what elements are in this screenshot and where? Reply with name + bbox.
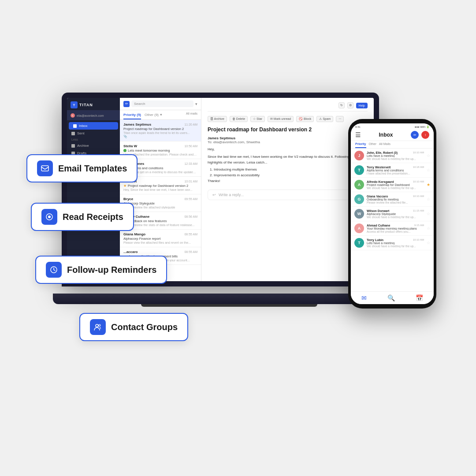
- search-placeholder: Search: [134, 102, 145, 106]
- mail-item[interactable]: Giana Mango 08:55 AM Alphacorp Finance r…: [120, 230, 201, 247]
- phone-tab-other[interactable]: Other: [369, 141, 377, 148]
- phone-mail-item[interactable]: A Ahmad Culhane 9:15 AM Your Monday morn…: [351, 221, 434, 236]
- phone-mail-time: 9:15 AM: [414, 224, 424, 227]
- star-icon: ☆: [427, 212, 430, 216]
- sidebar-item-sent[interactable]: Sent: [67, 130, 120, 137]
- tab-priority[interactable]: Priority (5): [123, 112, 141, 119]
- sidebar-item-label: Sent: [77, 131, 84, 135]
- sidebar-nav: Inbox Sent Less Archive: [67, 120, 120, 267]
- phone-mail-preview: We should have a meeting for the up...: [367, 157, 424, 160]
- compose-btn[interactable]: ✏: [411, 131, 419, 139]
- phone-tab-priority[interactable]: Priority: [355, 141, 366, 148]
- phone-tabs: Priority Other All Mails: [351, 141, 434, 149]
- phone-title: Inbox: [379, 132, 393, 138]
- email-templates-label: Email Templates: [58, 164, 127, 174]
- phone-mail-subject: Your Monday morning meeting plans: [367, 227, 424, 230]
- more-btn[interactable]: ···: [336, 116, 344, 122]
- phone-tab-all[interactable]: All Mails: [379, 141, 390, 148]
- mail-item[interactable]: James Septimus 11:20 AM Project roadmap …: [120, 120, 201, 141]
- body-closing: Thanks!: [208, 178, 368, 184]
- delete-btn[interactable]: 🗑 Delete: [230, 116, 248, 122]
- mail-subject: Lets meet tomorrow morning: [128, 149, 170, 152]
- phone-mail-sender: Ahmad Culhane: [367, 224, 390, 227]
- sidebar-item-inbox[interactable]: Inbox: [69, 122, 118, 130]
- svg-rect-0: [41, 166, 48, 171]
- phone-screen: 9:41 ●●● WiFi 🔋 ☰ Inbox ✏ ! Priority Oth…: [351, 123, 434, 304]
- filter-all[interactable]: All mails: [186, 112, 197, 119]
- status-dot: [123, 149, 126, 152]
- sidebar-item-label: Inbox: [79, 124, 88, 128]
- phone-mail-content: Giana Vaccaro 10:10 AM Onboarding fix me…: [367, 195, 424, 204]
- archive-btn[interactable]: 🗄 Archive: [208, 116, 227, 122]
- notification-btn[interactable]: !: [421, 131, 429, 139]
- phone-mail-item[interactable]: G Giana Vaccaro 10:10 AM Onboarding fix …: [351, 192, 434, 207]
- star-icon: ☆: [427, 226, 430, 231]
- mail-subject: Project roadmap for Dashboard version 2: [123, 127, 197, 131]
- sidebar-item-archive[interactable]: Archive: [67, 142, 120, 149]
- compose-btn[interactable]: ✏: [123, 101, 130, 107]
- phone-mail-sender: Terry Westervelt: [367, 166, 390, 169]
- phone-bottom-nav: ✉ 🔍 📅: [351, 291, 434, 304]
- help-btn[interactable]: Help: [356, 103, 368, 108]
- compose-icon: ✏: [125, 102, 128, 106]
- mail-sender: Stella W: [123, 144, 137, 148]
- phone-mail-preview: Access all the product offers you...: [367, 230, 424, 233]
- mail-time: 08:56 AM: [184, 215, 197, 218]
- from-name: James Septimus: [208, 136, 235, 140]
- star-icon: ☆: [427, 168, 430, 172]
- phone-mail-item[interactable]: J John, Elle, Robert (3) 10:10 AM Lets h…: [351, 149, 434, 163]
- titan-logo-icon: T: [71, 101, 78, 108]
- phone-mail-item[interactable]: T Terry Westervelt 10:18 AM Alpha terms …: [351, 163, 434, 178]
- tab-other[interactable]: Other (9) ✦: [145, 112, 163, 119]
- phone-mail-sender: John, Elle, Robert (3): [367, 151, 398, 154]
- phone-mail-item[interactable]: A Alfredo Korsgaard 10:10 AM Project roa…: [351, 178, 434, 192]
- phone-mail-list: J John, Elle, Robert (3) 10:10 AM Lets h…: [351, 149, 434, 291]
- phone-mail-subject: Alpha terms and conditions: [367, 169, 424, 172]
- menu-icon[interactable]: ☰: [355, 131, 361, 138]
- detail-toolbar: ↻ ⚙ Help: [208, 102, 368, 112]
- phone-time: 9:41: [355, 126, 361, 128]
- dropdown-icon[interactable]: ▾: [195, 102, 197, 106]
- mail-preview: Hey, Since the last time we met, I have …: [123, 188, 197, 191]
- avatar: A: [354, 180, 364, 190]
- reply-box[interactable]: ↩ Write a reply...: [208, 190, 368, 200]
- phone-header-actions: ✏ !: [411, 131, 429, 139]
- phone-mail-preview: We should have a meeting for the up...: [367, 216, 424, 219]
- mail-sender: James Septimus: [123, 123, 151, 126]
- phone-mail-sender: Terry Lubin: [367, 238, 383, 242]
- phone-mail-subject: Project roadmap for Dashboard: [367, 183, 424, 186]
- followup-reminders-label: Follow-up Reminders: [67, 265, 156, 275]
- contact-groups-icon: [90, 319, 106, 335]
- refresh-btn[interactable]: ↻: [338, 102, 345, 108]
- mail-time: 10:50 AM: [184, 145, 197, 148]
- star-icon: ★: [427, 182, 430, 187]
- sidebar-user: E elia@avontech.com: [67, 111, 120, 120]
- phone-mail-item[interactable]: T Terry Lubin 10:10 AM Lets have a meeti…: [351, 236, 434, 250]
- svg-point-4: [96, 324, 98, 327]
- tabs-row: Priority (5) Other (9) ✦ All mails: [120, 110, 201, 120]
- inbox-icon: [73, 124, 77, 128]
- block-btn[interactable]: 🚫 Block: [296, 116, 314, 122]
- spam-btn[interactable]: ⚠ Spam: [316, 116, 333, 122]
- nav-calendar-btn[interactable]: 📅: [416, 294, 423, 301]
- phone-mail-item[interactable]: W Wilson Dorwart 11:15 AM Alphacorp Styl…: [351, 207, 434, 221]
- mail-time: 12:33 AM: [184, 162, 197, 165]
- phone-mail-content: Terry Lubin 10:10 AM Lets have a meeting…: [367, 238, 424, 248]
- phone-mail-sender: Alfredo Korsgaard: [367, 180, 394, 183]
- phone-mail-content: Terry Westervelt 10:18 AM Alpha terms an…: [367, 166, 424, 175]
- nav-search-btn[interactable]: 🔍: [387, 294, 395, 301]
- phone-mail-subject: Lets have a meeting: [367, 242, 424, 245]
- mark-unread-btn[interactable]: ✉ Mark unread: [268, 116, 294, 122]
- phone-mail-sender: Giana Vaccaro: [367, 195, 388, 198]
- star-icon: ☆: [427, 153, 430, 158]
- phone-mail-subject: Alphacorp Styleguide: [367, 212, 424, 216]
- nav-mail-btn[interactable]: ✉: [361, 294, 367, 301]
- settings-btn[interactable]: ⚙: [347, 102, 353, 108]
- mail-time: 08:55 AM: [184, 250, 197, 253]
- mail-subject: Alphacorp Styleguide: [123, 201, 197, 205]
- star-btn[interactable]: ☆ Star: [250, 116, 265, 122]
- phone-mail-time: 10:10 AM: [413, 195, 424, 198]
- mail-sender: Bryce: [123, 197, 133, 201]
- phone-mail-preview: I have attached the presentation...: [367, 172, 424, 175]
- laptop-base: [53, 294, 388, 304]
